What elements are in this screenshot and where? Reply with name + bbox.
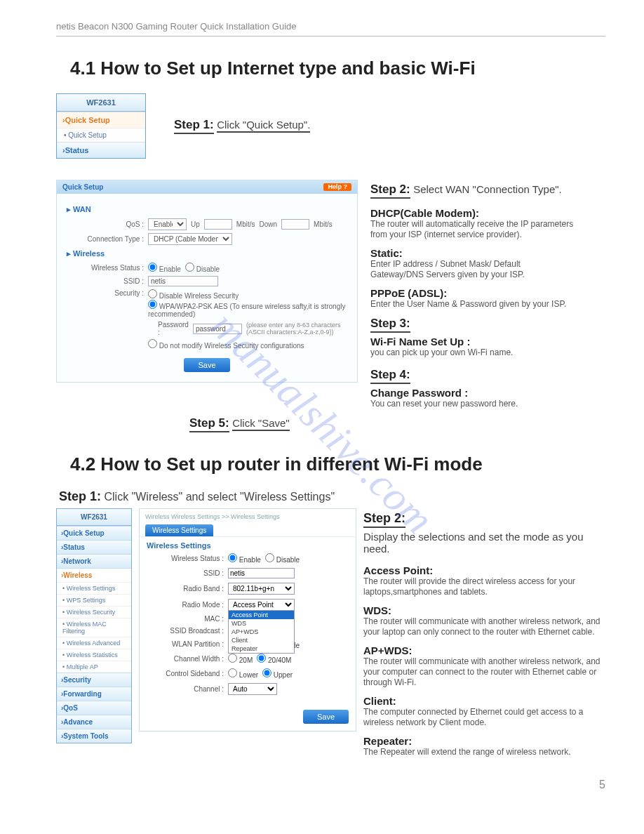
qs-section-wireless: ▸ Wireless — [67, 249, 347, 258]
static-title: Static: — [370, 247, 574, 259]
sidebar-42: WF2631 ›Quick Setup ›Status ›Network ›Wi… — [56, 508, 132, 743]
sec-opt2: WPA/WPA2-PSK AES (To ensure wireless saf… — [148, 303, 345, 318]
qos-select[interactable]: Enable — [148, 218, 187, 230]
p42-mac-label: MAC : — [147, 615, 224, 623]
apwds-title: AP+WDS: — [363, 644, 605, 656]
p42-disable-text: Disable — [276, 556, 300, 564]
s42-step1-label: Step 1: — [59, 489, 101, 503]
p42-rb-label: Radio Band : — [147, 585, 224, 593]
connection-type-select[interactable]: DHCP (Cable Modem) — [148, 233, 232, 245]
wireless-enable-radio[interactable] — [148, 263, 157, 272]
sub-mac-filtering[interactable]: • Wireless MAC Filtering — [57, 618, 131, 637]
nav-advance[interactable]: ›Advance — [57, 715, 131, 729]
tab-wireless-settings[interactable]: Wireless Settings — [145, 524, 213, 536]
save-button[interactable]: Save — [184, 358, 229, 372]
page-header: netis Beacon N300 Gaming Router Quick In… — [56, 21, 605, 37]
nav-network[interactable]: ›Network — [57, 554, 131, 568]
step1-text: Click "Quick Setup". — [217, 119, 310, 133]
sec-opt3: Do not modify Wireless Security configur… — [159, 342, 304, 350]
cw-2040m-radio[interactable] — [257, 654, 266, 663]
client-title: Client: — [363, 695, 605, 707]
ddopt-access-point[interactable]: Access Point — [229, 611, 294, 619]
nav-wireless[interactable]: ›Wireless — [57, 568, 131, 582]
p42-sbc-label: SSID Broadcast : — [147, 627, 224, 635]
password-input[interactable] — [193, 324, 242, 334]
sb42-title: WF2631 — [57, 509, 131, 526]
p42-wp-label: WLAN Partition : — [147, 640, 224, 648]
ddopt-wds[interactable]: WDS — [229, 619, 294, 628]
sidebar-subitem-quick-setup[interactable]: • Quick Setup — [57, 128, 145, 142]
cs-upper-radio[interactable] — [262, 668, 271, 677]
help-button[interactable]: Help ? — [323, 183, 351, 191]
radio-band-select[interactable]: 802.11b+g+n — [228, 583, 295, 595]
cs-upper-text: Upper — [274, 671, 293, 679]
sub-multiple-ap[interactable]: • Multiple AP — [57, 661, 131, 673]
qos-down-input[interactable] — [281, 219, 309, 230]
step3-label: Step 3: — [370, 317, 410, 333]
mini-sidebar: WF2631 ›Quick Setup • Quick Setup ›Statu… — [56, 93, 146, 159]
channel-select[interactable]: Auto — [228, 683, 277, 695]
p42-ssid-input[interactable] — [228, 568, 295, 578]
p42-ws-label: Wireless Status : — [147, 555, 224, 562]
sub-wireless-statistics[interactable]: • Wireless Statistics — [57, 649, 131, 661]
sub-wireless-settings[interactable]: • Wireless Settings — [57, 582, 131, 594]
page-number: 5 — [56, 764, 605, 791]
sec-disable-radio[interactable] — [148, 289, 157, 298]
cw-20m-radio[interactable] — [228, 654, 237, 663]
sec-wpa-radio[interactable] — [148, 300, 157, 309]
cs-lower-radio[interactable] — [228, 668, 237, 677]
step2-text: Select WAN "Connection Type". — [413, 183, 562, 195]
nav-quick-setup[interactable]: ›Quick Setup — [57, 526, 131, 540]
ddopt-client[interactable]: Client — [229, 636, 294, 644]
sec-nomod-radio[interactable] — [148, 339, 157, 348]
radio-mode-dropdown: Access Point WDS AP+WDS Client Repeater — [228, 610, 295, 654]
nav-system-tools[interactable]: ›System Tools — [57, 729, 131, 743]
wds-title: WDS: — [363, 604, 605, 616]
p42-ch-label: Channel : — [147, 685, 224, 693]
nav-forwarding[interactable]: ›Forwarding — [57, 687, 131, 701]
step1-label: Step 1: — [174, 118, 214, 134]
sub-wps-settings[interactable]: • WPS Settings — [57, 594, 131, 606]
step4-text: You can reset your new password here. — [370, 399, 574, 409]
static-text: Enter IP address / Subnet Mask/ Default … — [370, 259, 574, 280]
rep-text: The Repeater will extend the range of wi… — [363, 747, 605, 757]
p42-save-button[interactable]: Save — [303, 710, 349, 724]
sub-wireless-advanced[interactable]: • Wireless Advanced — [57, 637, 131, 649]
security-label: Security : — [67, 289, 144, 297]
sub-wireless-security[interactable]: • Wireless Security — [57, 606, 131, 618]
quick-setup-panel: Quick Setup Help ? ▸ WAN QoS : Enable Up… — [56, 180, 358, 383]
ssid-input[interactable] — [148, 276, 218, 286]
dhcp-text: The router will automatically receive th… — [370, 219, 574, 240]
client-text: The computer connected by Ethernet could… — [363, 707, 605, 728]
ddopt-repeater[interactable]: Repeater — [229, 644, 294, 653]
qs-section-wan: ▸ WAN — [67, 205, 347, 214]
dhcp-title: DHCP(Cable Modem): — [370, 207, 574, 219]
step3-text: you can pick up your own Wi-Fi name. — [370, 348, 574, 358]
wireless-settings-panel: Wireless Wireless Settings >> Wireless S… — [139, 508, 356, 732]
mini-sidebar-title: WF2631 — [57, 94, 145, 112]
sec-opt1: Disable Wireless Security — [159, 292, 239, 300]
cw-20m-text: 20M — [239, 656, 253, 664]
step5-text: Click "Save" — [232, 417, 290, 431]
p42-enable-radio[interactable] — [228, 553, 237, 562]
nav-status[interactable]: ›Status — [57, 540, 131, 554]
sidebar-item-status[interactable]: ›Status — [57, 142, 145, 158]
p42-disable-radio[interactable] — [265, 553, 274, 562]
qos-up-label: Up — [191, 220, 200, 228]
ap-title: Access Point: — [363, 564, 605, 576]
nav-security[interactable]: ›Security — [57, 673, 131, 687]
s42-step1-text: Click "Wireless" and select "Wireless Se… — [104, 491, 335, 503]
ddopt-apwds[interactable]: AP+WDS — [229, 628, 294, 636]
wds-text: The router will communicate with another… — [363, 616, 605, 637]
qos-down-label: Down — [259, 220, 277, 228]
qos-up-input[interactable] — [204, 219, 232, 230]
cs-lower-text: Lower — [239, 671, 258, 679]
pppoe-text: Enter the User Name & Password given by … — [370, 299, 574, 310]
sec-pwd-label: Password : — [158, 321, 189, 336]
wireless-disable-radio[interactable] — [185, 263, 194, 272]
sidebar-item-quick-setup[interactable]: ›Quick Setup — [57, 112, 145, 128]
rep-title: Repeater: — [363, 735, 605, 747]
nav-qos[interactable]: ›QoS — [57, 701, 131, 715]
section-41-title: 4.1 How to Set up Internet type and basi… — [70, 58, 605, 79]
radio-mode-select[interactable]: Access Point — [228, 599, 295, 611]
